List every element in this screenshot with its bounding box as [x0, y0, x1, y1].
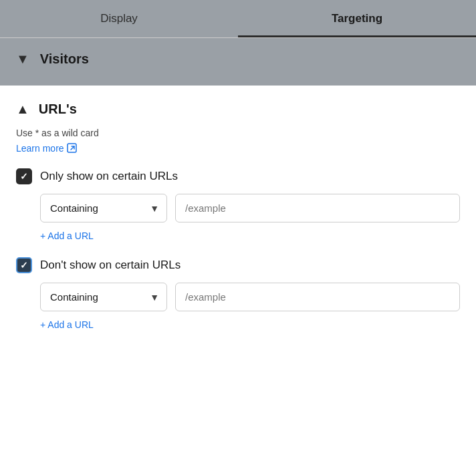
dont-show-select[interactable]: Containing Not containing Is exactly Sta… — [40, 283, 167, 311]
dont-show-checkmark: ✓ — [20, 260, 28, 271]
only-show-checkbox[interactable]: ✓ — [16, 168, 32, 184]
visitors-section: ▼ Visitors — [0, 38, 476, 86]
visitors-toggle[interactable]: ▼ Visitors — [16, 51, 460, 67]
tabs-container: Display Targeting — [0, 0, 476, 38]
visitors-chevron-icon: ▼ — [16, 51, 29, 67]
tab-targeting[interactable]: Targeting — [238, 0, 476, 37]
visitors-title: Visitors — [40, 51, 89, 67]
urls-header[interactable]: ▲ URL's — [16, 102, 460, 117]
only-show-controls: Containing Not containing Is exactly Sta… — [16, 194, 460, 222]
urls-chevron-icon: ▲ — [16, 102, 29, 117]
only-show-add-url-link[interactable]: + Add a URL — [16, 230, 460, 241]
only-show-checkbox-row: ✓ Only show on certain URLs — [16, 168, 460, 184]
learn-more-label: Learn more — [16, 143, 64, 154]
only-show-select[interactable]: Containing Not containing Is exactly Sta… — [40, 194, 167, 222]
learn-more-link[interactable]: Learn more — [16, 143, 78, 154]
dont-show-rule: ✓ Don't show on certain URLs Containing … — [16, 257, 460, 330]
external-link-icon — [67, 143, 78, 154]
dont-show-url-input[interactable] — [175, 283, 460, 311]
only-show-select-wrapper: Containing Not containing Is exactly Sta… — [40, 194, 167, 222]
urls-title: URL's — [39, 102, 77, 117]
dont-show-checkbox-row: ✓ Don't show on certain URLs — [16, 257, 460, 273]
only-show-label: Only show on certain URLs — [40, 170, 178, 183]
urls-section: ▲ URL's Use * as a wild card Learn more … — [0, 86, 476, 354]
dont-show-add-url-link[interactable]: + Add a URL — [16, 319, 460, 330]
only-show-url-input[interactable] — [175, 194, 460, 222]
dont-show-checkbox[interactable]: ✓ — [16, 257, 32, 273]
only-show-checkmark: ✓ — [20, 171, 28, 182]
wildcard-text: Use * as a wild card — [16, 128, 460, 138]
tab-targeting-label: Targeting — [332, 12, 382, 25]
dont-show-label: Don't show on certain URLs — [40, 259, 181, 272]
tab-display-label: Display — [100, 12, 138, 25]
tab-display[interactable]: Display — [0, 0, 238, 37]
dont-show-controls: Containing Not containing Is exactly Sta… — [16, 283, 460, 311]
dont-show-select-wrapper: Containing Not containing Is exactly Sta… — [40, 283, 167, 311]
only-show-rule: ✓ Only show on certain URLs Containing N… — [16, 168, 460, 241]
